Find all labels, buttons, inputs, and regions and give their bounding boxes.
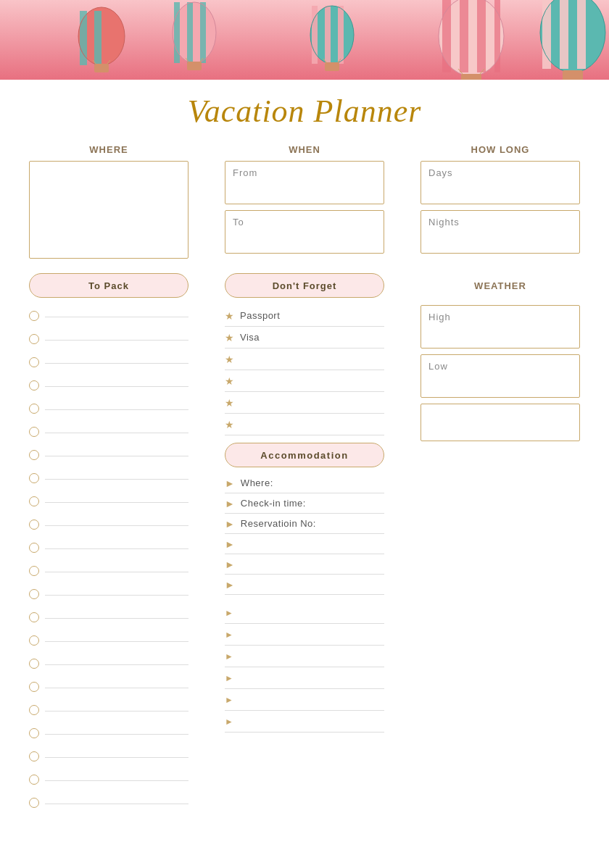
item-line xyxy=(45,386,188,387)
item-line xyxy=(45,363,188,364)
checkbox-circle[interactable] xyxy=(29,404,39,414)
where-input-box[interactable] xyxy=(29,161,188,259)
list-item: ► xyxy=(225,689,384,711)
star-icon: ★ xyxy=(225,375,234,387)
checkbox-circle[interactable] xyxy=(29,566,39,576)
svg-rect-11 xyxy=(200,2,206,63)
item-line xyxy=(45,502,188,503)
list-item xyxy=(29,583,188,605)
item-line xyxy=(45,780,188,781)
topack-button[interactable]: To Pack xyxy=(29,273,188,298)
checkbox-circle[interactable] xyxy=(29,612,39,622)
checkbox-circle[interactable] xyxy=(29,543,39,553)
howlong-column: Days Nights xyxy=(420,161,580,259)
top-fields-row: From To Days Nights xyxy=(29,161,580,259)
dontforget-button[interactable]: Don't Forget xyxy=(225,273,384,298)
checkbox-circle[interactable] xyxy=(29,519,39,530)
list-item xyxy=(29,606,188,628)
item-line xyxy=(45,664,188,665)
arrow-icon: ► xyxy=(225,538,235,550)
svg-rect-19 xyxy=(338,6,344,64)
checkbox-circle[interactable] xyxy=(29,705,39,715)
high-temp-box[interactable]: High xyxy=(420,305,580,349)
checkbox-circle[interactable] xyxy=(29,380,39,391)
checkbox-circle[interactable] xyxy=(29,659,39,669)
checkbox-circle[interactable] xyxy=(29,728,39,738)
accommodation-section: Accommodation ► Where: ► Check-in time: … xyxy=(225,443,384,733)
item-line xyxy=(45,734,188,735)
small-arrow-icon: ► xyxy=(225,695,233,705)
dontforget-item-text: Visa xyxy=(240,332,260,343)
item-line xyxy=(45,456,188,456)
list-item xyxy=(29,699,188,721)
checkbox-circle[interactable] xyxy=(29,311,39,321)
list-item: ★ xyxy=(225,370,384,392)
star-icon: ★ xyxy=(225,397,234,409)
main-content: Where When How long From To Days Nights xyxy=(0,137,609,830)
when-column: From To xyxy=(225,161,384,259)
checkbox-circle[interactable] xyxy=(29,427,39,437)
list-item xyxy=(29,537,188,559)
svg-rect-36 xyxy=(577,0,586,69)
nights-input-box[interactable]: Nights xyxy=(420,210,580,254)
checkbox-circle[interactable] xyxy=(29,473,39,483)
item-line xyxy=(45,340,188,341)
days-input-box[interactable]: Days xyxy=(420,161,580,204)
section-labels: Where When How long xyxy=(29,144,580,155)
small-arrow-icon: ► xyxy=(225,717,233,727)
svg-rect-25 xyxy=(442,0,451,72)
svg-rect-35 xyxy=(560,0,568,69)
item-line xyxy=(45,479,188,480)
list-item: ► xyxy=(225,711,384,733)
nights-label: Nights xyxy=(428,217,460,228)
days-label: Days xyxy=(428,167,453,178)
accommodation-button[interactable]: Accommodation xyxy=(225,443,384,467)
list-item: ★ xyxy=(225,414,384,435)
item-line xyxy=(45,317,188,317)
checkbox-circle[interactable] xyxy=(29,334,39,344)
list-item xyxy=(29,514,188,535)
list-item: ★ xyxy=(225,392,384,414)
small-arrow-icon: ► xyxy=(225,608,233,618)
small-arrow-icon: ► xyxy=(225,651,233,662)
star-icon: ★ xyxy=(225,419,234,430)
low-label: Low xyxy=(428,361,448,372)
dontforget-item-text: Passport xyxy=(240,310,280,321)
when-section-label: When xyxy=(225,144,384,155)
page-title: Vacation Planner xyxy=(0,93,609,130)
checkbox-circle[interactable] xyxy=(29,682,39,692)
checkbox-circle[interactable] xyxy=(29,357,39,367)
checkbox-circle[interactable] xyxy=(29,775,39,785)
dontforget-list: ★ Passport ★ Visa ★ ★ ★ xyxy=(225,305,384,435)
list-item xyxy=(29,722,188,744)
checkbox-circle[interactable] xyxy=(29,589,39,599)
list-item xyxy=(29,653,188,675)
item-line xyxy=(45,711,188,711)
to-label: To xyxy=(233,217,244,228)
weather-extra-box[interactable] xyxy=(420,404,580,441)
svg-rect-10 xyxy=(187,2,193,63)
low-temp-box[interactable]: Low xyxy=(420,354,580,398)
item-line xyxy=(45,618,188,619)
high-label: High xyxy=(428,312,451,322)
list-item xyxy=(29,630,188,651)
from-input-box[interactable]: From xyxy=(225,161,384,204)
item-line xyxy=(45,525,188,526)
list-item xyxy=(29,421,188,443)
checkbox-circle[interactable] xyxy=(29,450,39,460)
checkbox-circle[interactable] xyxy=(29,798,39,808)
checkbox-circle[interactable] xyxy=(29,751,39,761)
list-item: ► xyxy=(225,624,384,646)
svg-rect-30 xyxy=(461,74,481,80)
list-item xyxy=(29,398,188,420)
list-item: ► xyxy=(225,575,384,595)
list-item: ► xyxy=(225,534,384,554)
checkbox-circle[interactable] xyxy=(29,496,39,506)
list-item: ► Where: xyxy=(225,473,384,493)
svg-rect-3 xyxy=(94,11,102,65)
to-input-box[interactable]: To xyxy=(225,210,384,254)
svg-rect-5 xyxy=(94,64,109,72)
header-banner xyxy=(0,0,609,80)
checkbox-circle[interactable] xyxy=(29,635,39,646)
svg-rect-38 xyxy=(563,70,583,80)
